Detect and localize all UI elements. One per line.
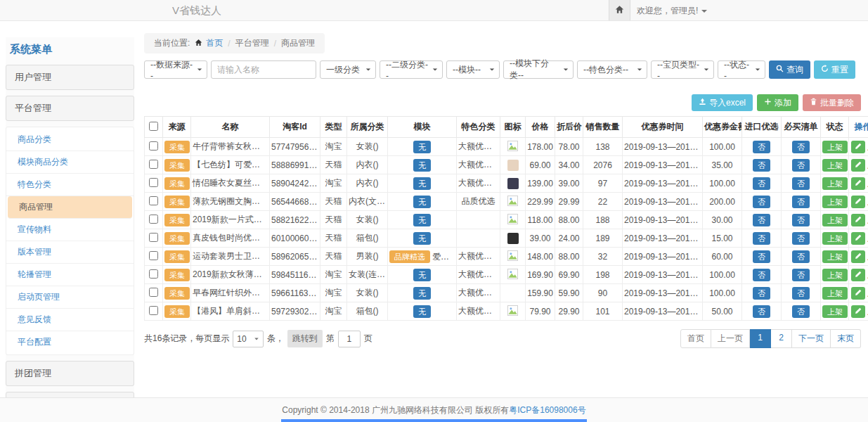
status-badge[interactable]: 上架 (822, 196, 848, 208)
edit-button[interactable] (851, 159, 865, 172)
batch-delete-button[interactable]: 批量删除 (803, 94, 861, 111)
sidebar-item-轮播管理[interactable]: 轮播管理 (6, 264, 134, 286)
add-button[interactable]: 添加 (757, 94, 798, 111)
search-button[interactable]: 查询 (769, 60, 810, 79)
page-button-1[interactable]: 1 (750, 329, 771, 348)
edit-button[interactable] (851, 287, 865, 300)
page-button-上一页[interactable]: 上一页 (711, 329, 750, 348)
sidebar-group-平台管理[interactable]: 平台管理 (6, 96, 134, 121)
feature-category-select[interactable]: --特色分类-- (577, 60, 647, 79)
import-pick-badge[interactable]: 否 (753, 232, 770, 245)
import-pick-badge[interactable]: 否 (753, 196, 770, 208)
edit-button[interactable] (851, 305, 865, 318)
level1-category-select[interactable]: 一级分类 (320, 60, 376, 79)
import-pick-badge[interactable]: 否 (753, 177, 770, 190)
page-button-首页[interactable]: 首页 (680, 329, 711, 348)
column-header-淘客Id: 淘客Id (270, 117, 320, 138)
sidebar-item-模块商品分类[interactable]: 模块商品分类 (6, 151, 134, 174)
row-checkbox[interactable] (149, 269, 158, 279)
name-input[interactable] (211, 60, 316, 79)
edit-button[interactable] (851, 177, 865, 190)
edit-button[interactable] (851, 269, 865, 281)
status-badge[interactable]: 上架 (822, 141, 848, 153)
edit-button[interactable] (851, 250, 865, 263)
sidebar-item-版本管理[interactable]: 版本管理 (6, 241, 134, 264)
sidebar-item-启动页管理[interactable]: 启动页管理 (6, 286, 134, 309)
sidebar-item-宣传物料[interactable]: 宣传物料 (6, 219, 134, 241)
page-button-2[interactable]: 2 (771, 329, 792, 348)
page-button-下一页[interactable]: 下一页 (792, 329, 831, 348)
import-pick-badge[interactable]: 否 (753, 159, 770, 172)
row-checkbox[interactable] (149, 233, 158, 242)
per-page-select[interactable]: 10 (233, 331, 263, 347)
row-checkbox[interactable] (149, 306, 158, 315)
row-checkbox[interactable] (149, 178, 158, 187)
actions-cell (849, 174, 868, 193)
reset-button[interactable]: 重置 (814, 60, 855, 79)
sidebar-item-商品管理[interactable]: 商品管理 (8, 196, 132, 219)
must-buy-badge[interactable]: 否 (792, 141, 810, 153)
status-badge[interactable]: 上架 (822, 232, 848, 245)
module-badge: 无 (413, 177, 431, 190)
item-type-select[interactable]: --宝贝类型-- (651, 60, 714, 79)
import-pick-badge[interactable]: 否 (753, 141, 770, 153)
sidebar-item-商品分类[interactable]: 商品分类 (6, 129, 134, 151)
sidebar-group-用户管理[interactable]: 用户管理 (6, 65, 134, 90)
row-checkbox[interactable] (149, 141, 158, 151)
jump-button[interactable]: 跳转到 (287, 330, 323, 347)
must-buy-badge[interactable]: 否 (792, 269, 810, 281)
sidebar-item-意见反馈[interactable]: 意见反馈 (6, 309, 134, 331)
row-checkbox[interactable] (149, 196, 158, 205)
import-pick-badge[interactable]: 否 (753, 287, 770, 300)
status-badge[interactable]: 上架 (822, 269, 848, 281)
sidebar-item-特色分类[interactable]: 特色分类 (6, 174, 134, 196)
data-source-select[interactable]: --数据来源-- (144, 60, 207, 79)
must-buy-badge[interactable]: 否 (792, 250, 810, 263)
must-buy-badge-cell: 否 (782, 266, 821, 284)
row-checkbox[interactable] (149, 215, 158, 224)
user-menu[interactable]: 欢迎您，管理员! (637, 0, 707, 21)
select-all-checkbox[interactable] (149, 122, 158, 131)
home-button[interactable] (609, 0, 630, 20)
page-button-末页[interactable]: 末页 (831, 329, 861, 348)
must-buy-badge[interactable]: 否 (792, 214, 810, 226)
status-badge[interactable]: 上架 (822, 287, 848, 300)
edit-button[interactable] (851, 141, 865, 153)
must-buy-badge[interactable]: 否 (792, 287, 810, 300)
must-buy-badge[interactable]: 否 (792, 177, 810, 190)
sidebar-item-平台配置[interactable]: 平台配置 (6, 331, 134, 353)
module-sub-category-select[interactable]: --模块下分类-- (503, 60, 574, 79)
status-badge[interactable]: 上架 (822, 159, 848, 172)
must-buy-badge[interactable]: 否 (792, 305, 810, 318)
sidebar-group-拼团管理[interactable]: 拼团管理 (6, 361, 134, 386)
breadcrumb-home-link[interactable]: 首页 (206, 37, 223, 49)
taoke-id: 589042420344 (270, 174, 320, 193)
module-select[interactable]: --模块-- (446, 60, 500, 79)
row-checkbox[interactable] (149, 251, 158, 260)
import-pick-badge[interactable]: 否 (753, 305, 770, 318)
must-buy-badge[interactable]: 否 (792, 196, 810, 208)
category: 内衣() (347, 174, 388, 193)
must-buy-badge[interactable]: 否 (792, 159, 810, 172)
import-pick-badge[interactable]: 否 (753, 269, 770, 281)
status-badge[interactable]: 上架 (822, 214, 848, 226)
status-badge[interactable]: 上架 (822, 305, 848, 318)
edit-button[interactable] (851, 232, 865, 245)
page-number-input[interactable] (338, 331, 361, 347)
icp-link[interactable]: 粤ICP备16098006号 (509, 405, 585, 415)
must-buy-badge[interactable]: 否 (792, 232, 810, 245)
import-pick-badge[interactable]: 否 (753, 250, 770, 263)
status-badge[interactable]: 上架 (822, 177, 848, 190)
level2-category-select[interactable]: --二级分类-- (380, 60, 443, 79)
chevron-down-icon (490, 68, 494, 70)
edit-button[interactable] (851, 214, 865, 226)
row-checkbox[interactable] (149, 288, 158, 297)
row-checkbox[interactable] (149, 160, 158, 169)
edit-button[interactable] (851, 196, 865, 208)
table-row: 采集2019新款一片式系...588216228899天猫女装()无118.00… (145, 211, 868, 229)
product-type: 淘宝 (320, 174, 347, 193)
import-excel-button[interactable]: 导入excel (692, 94, 753, 111)
status-select[interactable]: --状态-- (718, 60, 765, 79)
status-badge[interactable]: 上架 (822, 250, 848, 263)
import-pick-badge[interactable]: 否 (753, 214, 770, 226)
